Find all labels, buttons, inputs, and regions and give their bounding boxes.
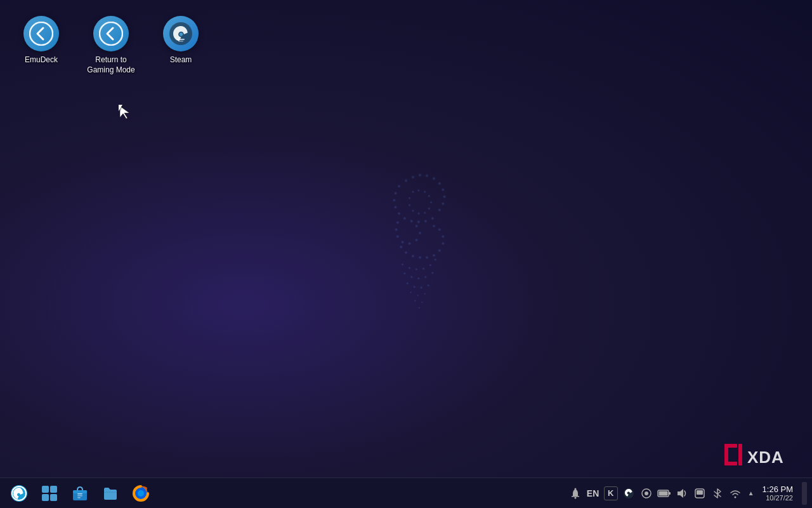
svg-point-16 <box>410 220 414 224</box>
svg-point-98 <box>645 491 648 495</box>
svg-point-64 <box>427 284 429 286</box>
clock-display[interactable]: 1:26 PM 10/27/22 <box>763 485 793 502</box>
svg-point-69 <box>421 301 423 303</box>
svg-rect-86 <box>50 494 57 501</box>
svg-point-60 <box>431 272 434 274</box>
svg-point-65 <box>410 291 412 293</box>
svg-point-94 <box>574 497 576 498</box>
svg-rect-78 <box>724 462 737 465</box>
klack-tray-icon[interactable]: K <box>604 486 618 500</box>
svg-point-63 <box>420 286 422 289</box>
steam-tray-icon[interactable] <box>622 486 636 500</box>
svg-point-6 <box>442 188 445 192</box>
desktop-wallpaper-logo <box>350 152 490 356</box>
svg-point-10 <box>397 185 401 189</box>
svg-point-68 <box>414 300 416 302</box>
taskbar-discover-button[interactable] <box>37 481 62 506</box>
wifi-tray-icon[interactable] <box>728 486 742 500</box>
svg-rect-84 <box>50 486 57 493</box>
power-tray-icon[interactable] <box>693 486 707 500</box>
svg-point-95 <box>574 488 576 490</box>
battery-tray-icon[interactable] <box>657 486 671 500</box>
svg-point-81 <box>11 485 27 502</box>
svg-point-5 <box>438 182 442 185</box>
svg-point-71 <box>30 22 53 45</box>
svg-rect-74 <box>177 39 185 40</box>
svg-rect-91 <box>77 497 81 498</box>
svg-marker-102 <box>678 489 683 498</box>
taskbar: EN K <box>0 478 812 508</box>
svg-point-54 <box>429 264 431 266</box>
svg-point-1 <box>411 175 415 179</box>
svg-text:XDA: XDA <box>747 448 784 467</box>
svg-point-56 <box>403 272 406 275</box>
svg-point-22 <box>412 210 414 212</box>
svg-point-13 <box>394 206 398 210</box>
steam-icon-image <box>163 16 199 51</box>
svg-point-43 <box>438 249 442 253</box>
desktop-icons-area: EmuDeck Return to Gaming Mode <box>6 6 216 84</box>
desktop: EmuDeck Return to Gaming Mode <box>0 0 812 508</box>
svg-rect-89 <box>77 493 82 495</box>
svg-point-72 <box>100 22 122 45</box>
xda-watermark: XDA <box>723 439 806 473</box>
taskbar-firefox-button[interactable] <box>128 481 154 506</box>
svg-point-11 <box>394 192 398 196</box>
svg-rect-90 <box>77 495 82 497</box>
svg-point-3 <box>425 174 429 178</box>
svg-point-7 <box>443 195 447 199</box>
svg-rect-79 <box>738 444 742 465</box>
svg-point-37 <box>395 228 398 232</box>
emudeck-icon[interactable]: EmuDeck <box>13 13 70 78</box>
svg-point-48 <box>404 251 408 255</box>
svg-point-55 <box>434 258 436 261</box>
svg-rect-104 <box>697 490 703 495</box>
taskbar-store-button[interactable] <box>67 481 93 506</box>
svg-point-44 <box>432 253 436 257</box>
svg-point-17 <box>417 220 421 224</box>
bluetooth-tray-icon[interactable] <box>710 486 724 500</box>
svg-point-34 <box>408 242 412 246</box>
return-gaming-label: Return to Gaming Mode <box>87 55 134 75</box>
show-desktop-button[interactable] <box>802 482 807 505</box>
notification-icon[interactable] <box>568 486 582 500</box>
svg-point-23 <box>417 212 420 215</box>
svg-point-8 <box>442 202 445 206</box>
svg-rect-88 <box>73 490 87 493</box>
svg-point-52 <box>415 268 417 271</box>
volume-tray-icon[interactable] <box>675 486 689 500</box>
svg-rect-100 <box>658 491 667 495</box>
svg-point-21 <box>408 204 410 206</box>
svg-point-30 <box>412 190 414 193</box>
svg-point-49 <box>400 245 403 249</box>
svg-rect-77 <box>724 444 737 448</box>
svg-point-45 <box>425 256 429 260</box>
svg-point-50 <box>401 263 403 265</box>
svg-point-31 <box>415 224 419 228</box>
svg-point-93 <box>138 490 144 497</box>
svg-point-28 <box>424 190 426 193</box>
language-indicator[interactable]: EN <box>586 486 600 500</box>
svg-point-12 <box>393 199 396 203</box>
svg-point-29 <box>417 189 420 192</box>
steam-desktop-icon[interactable]: Steam <box>152 13 209 78</box>
svg-point-20 <box>408 197 410 199</box>
svg-point-67 <box>424 293 426 295</box>
svg-point-24 <box>424 211 426 214</box>
return-gaming-icon[interactable]: Return to Gaming Mode <box>82 13 140 78</box>
taskbar-gamemode-button[interactable] <box>6 481 32 506</box>
svg-point-40 <box>438 228 442 232</box>
svg-point-51 <box>408 267 410 269</box>
discover-tray-icon[interactable] <box>639 486 653 500</box>
svg-point-61 <box>406 282 409 284</box>
svg-point-32 <box>418 231 422 235</box>
svg-point-53 <box>422 267 424 270</box>
steam-label: Steam <box>170 55 192 65</box>
svg-point-18 <box>424 220 428 224</box>
tray-expand-button[interactable]: ▲ <box>746 486 756 500</box>
svg-rect-83 <box>42 486 49 493</box>
svg-point-14 <box>397 211 401 215</box>
taskbar-apps <box>5 481 155 506</box>
emudeck-label: EmuDeck <box>25 55 58 65</box>
taskbar-files-button[interactable] <box>98 481 123 506</box>
